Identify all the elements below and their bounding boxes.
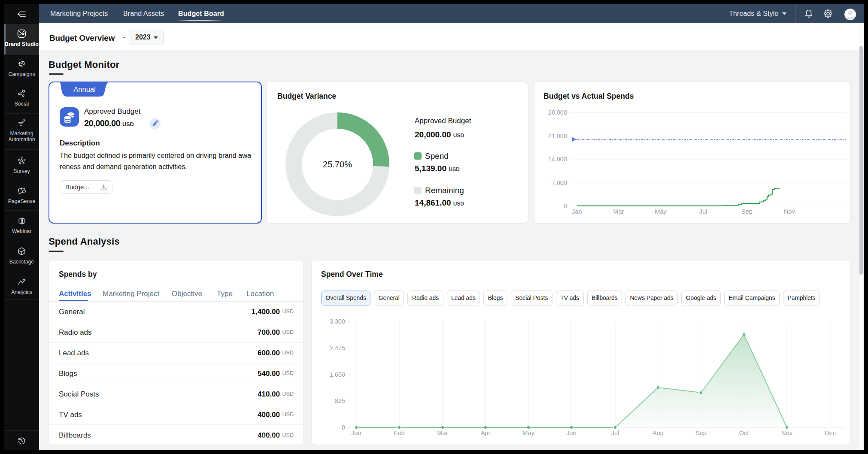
svg-text:0: 0 <box>342 424 345 431</box>
svg-text:Feb: Feb <box>394 430 405 436</box>
svg-text:1,650: 1,650 <box>330 371 345 378</box>
svg-text:Jan: Jan <box>351 430 361 436</box>
svg-text:Apr: Apr <box>481 430 491 436</box>
svg-text:0: 0 <box>564 203 567 209</box>
svg-text:28,000: 28,000 <box>548 109 567 116</box>
svg-text:Jun: Jun <box>566 430 576 436</box>
svg-text:Jan: Jan <box>572 208 582 215</box>
svg-text:May: May <box>522 430 534 436</box>
svg-text:Nov: Nov <box>781 430 793 436</box>
svg-text:Mar: Mar <box>437 430 448 436</box>
svg-text:May: May <box>655 208 667 215</box>
svg-text:25.70%: 25.70% <box>323 160 352 169</box>
svg-text:Dec: Dec <box>825 430 836 436</box>
svg-text:Annual: Annual <box>73 85 95 93</box>
svg-text:Oct: Oct <box>739 430 749 436</box>
svg-text:Jul: Jul <box>611 430 619 436</box>
svg-text:825: 825 <box>335 397 345 404</box>
svg-text:Nov: Nov <box>784 208 795 215</box>
svg-text:3,300: 3,300 <box>330 318 345 325</box>
svg-text:14,000: 14,000 <box>548 156 567 163</box>
svg-text:Sep: Sep <box>741 208 753 215</box>
svg-text:Aug: Aug <box>653 430 664 436</box>
svg-text:2,475: 2,475 <box>330 345 345 351</box>
svg-text:21,000: 21,000 <box>548 133 567 139</box>
svg-text:Mar: Mar <box>613 208 624 215</box>
svg-text:Sep: Sep <box>695 430 707 436</box>
svg-text:Jul: Jul <box>699 208 707 215</box>
svg-text:7,000: 7,000 <box>552 179 567 186</box>
